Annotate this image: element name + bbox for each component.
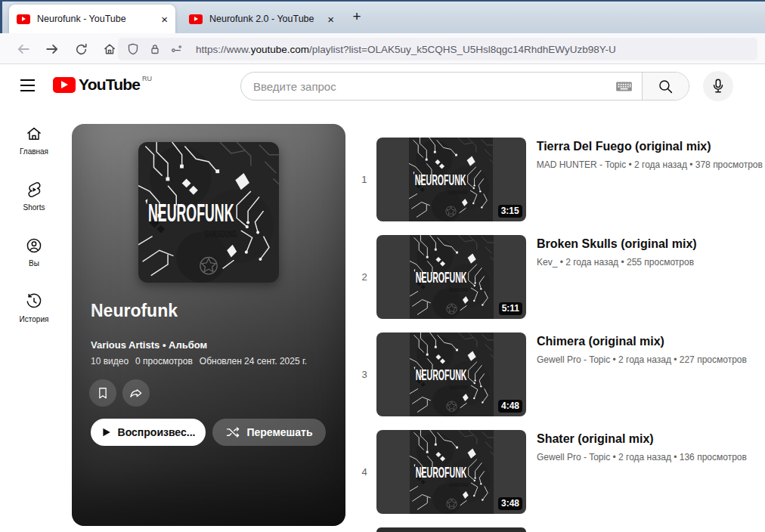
tab-title: Neurofunk - YouTube xyxy=(37,14,156,24)
close-tab-icon[interactable]: × xyxy=(161,14,168,25)
youtube-favicon-icon xyxy=(17,14,30,24)
video-thumbnail[interactable]: 3:15 xyxy=(376,138,526,221)
duration-badge: 5:11 xyxy=(499,302,522,315)
video-index: 3 xyxy=(352,332,376,416)
url-prefix: https://www. xyxy=(196,44,251,55)
video-details: Shater (original mix) Gewell Pro - Topic… xyxy=(537,430,747,514)
url-domain: youtube.com xyxy=(251,44,309,55)
duration-badge: 3:15 xyxy=(498,205,522,218)
guide-menu-button[interactable] xyxy=(18,77,36,95)
video-title[interactable]: Shater (original mix) xyxy=(537,432,747,446)
sidebar-item-home[interactable]: Главная xyxy=(0,113,68,169)
permissions-icon[interactable] xyxy=(171,43,183,55)
play-all-label: Воспроизвес... xyxy=(118,426,196,438)
video-index: 4 xyxy=(352,430,376,514)
video-details: Chimera (original mix) Gewell Pro - Topi… xyxy=(537,332,747,416)
voice-search-button[interactable] xyxy=(703,71,733,101)
tab-title: Neurofunk 2.0 - YouTube xyxy=(209,14,323,24)
url-bar[interactable]: https://www.youtube.com/playlist?list=OL… xyxy=(118,38,757,60)
browser-toolbar: https://www.youtube.com/playlist?list=OL… xyxy=(0,33,765,64)
youtube-logo[interactable]: YouTube RU xyxy=(53,75,152,94)
shuffle-icon xyxy=(225,425,240,440)
search-button[interactable] xyxy=(642,73,689,100)
logo-wordmark: YouTube xyxy=(79,76,140,94)
search-icon xyxy=(658,79,674,94)
shuffle-label: Перемешать xyxy=(246,426,312,438)
sidebar-item-label: Главная xyxy=(20,147,48,156)
logo-region-label: RU xyxy=(142,75,152,82)
video-meta: Gewell Pro - Topic • 2 года назад • 227 … xyxy=(537,354,747,365)
youtube-play-icon xyxy=(53,77,76,93)
next-video-thumbnail-edge xyxy=(376,527,526,532)
sidebar-item-label: Вы xyxy=(29,259,39,268)
search-input[interactable] xyxy=(253,80,611,93)
playlist-stats: 10 видео 0 просмотров Обновлен 24 сент. … xyxy=(91,356,307,367)
close-tab-icon[interactable]: × xyxy=(327,14,334,25)
video-thumbnail[interactable]: 5:11 xyxy=(376,235,526,319)
home-icon xyxy=(103,42,116,56)
browser-window: Neurofunk - YouTube × Neurofunk 2.0 - Yo… xyxy=(0,0,765,532)
shield-icon[interactable] xyxy=(127,43,139,55)
save-playlist-button[interactable] xyxy=(89,379,116,407)
tab-neurofunk[interactable]: Neurofunk - YouTube × xyxy=(9,5,175,33)
video-row[interactable]: 4 3:48 Shater (original mix) Gewell Pro … xyxy=(352,430,760,514)
sidebar-item-label: История xyxy=(20,315,49,323)
shorts-icon xyxy=(25,181,43,199)
mini-guide: Главная Shorts Вы История xyxy=(0,113,68,337)
playlist-owner[interactable]: Various Artists • Альбом xyxy=(91,339,207,351)
video-details: Broken Skulls (original mix) Kev_ • 2 го… xyxy=(537,235,697,319)
video-row[interactable]: 2 5:11 Broken Skulls (original mix) Kev_… xyxy=(352,235,760,319)
video-meta: Gewell Pro - Topic • 2 года назад • 136 … xyxy=(537,452,747,462)
video-title[interactable]: Tierra Del Fuego (original mix) xyxy=(537,140,760,153)
video-title[interactable]: Chimera (original mix) xyxy=(537,335,747,348)
duration-badge: 4:48 xyxy=(498,400,522,413)
tab-neurofunk-2[interactable]: Neurofunk 2.0 - YouTube × xyxy=(181,5,342,33)
video-title[interactable]: Broken Skulls (original mix) xyxy=(537,237,697,251)
sidebar-item-history[interactable]: История xyxy=(0,281,68,337)
history-icon xyxy=(25,292,43,311)
you-avatar-icon xyxy=(25,237,43,255)
video-row[interactable]: 1 3:15 Tierra Del Fuego (original mix) M… xyxy=(352,138,760,221)
video-thumbnail[interactable]: 3:48 xyxy=(376,430,526,514)
video-index: 1 xyxy=(352,138,376,221)
youtube-header: YouTube RU xyxy=(0,65,765,107)
search-bar xyxy=(240,72,689,101)
video-meta: Kev_ • 2 года назад • 255 просмотров xyxy=(537,257,697,268)
playlist-video-count: 10 видео xyxy=(91,356,129,367)
playlist-title: Neurofunk xyxy=(91,301,178,321)
video-row[interactable]: 3 4:48 Chimera (original mix) Gewell Pro… xyxy=(352,332,760,416)
share-button[interactable] xyxy=(122,379,150,407)
back-button[interactable] xyxy=(12,38,35,60)
video-index: 2 xyxy=(352,235,376,319)
url-text: https://www.youtube.com/playlist?list=OL… xyxy=(196,44,616,55)
playlist-view-count: 0 просмотров xyxy=(135,356,193,367)
reload-button[interactable] xyxy=(70,38,92,60)
microphone-icon xyxy=(710,78,726,94)
duration-badge: 3:48 xyxy=(498,497,522,510)
bookmark-icon xyxy=(95,385,110,401)
video-meta: MAD HUNTER - Topic • 2 года назад • 378 … xyxy=(537,159,760,170)
sidebar-item-shorts[interactable]: Shorts xyxy=(0,169,68,225)
window-edge xyxy=(0,0,2,33)
youtube-favicon-icon xyxy=(189,14,203,24)
url-path: /playlist?list=OLAK5uy_k5CQHS_U5Hsl8qgc1… xyxy=(309,44,616,55)
hamburger-icon xyxy=(20,79,35,81)
reload-icon xyxy=(75,43,88,56)
play-icon xyxy=(101,427,111,438)
share-icon xyxy=(129,385,144,401)
lock-icon[interactable] xyxy=(149,43,161,55)
shuffle-button[interactable]: Перемешать xyxy=(212,419,326,446)
tab-bar: Neurofunk - YouTube × Neurofunk 2.0 - Yo… xyxy=(0,0,765,33)
new-tab-button[interactable]: + xyxy=(346,6,367,27)
video-thumbnail[interactable]: 4:48 xyxy=(376,332,526,416)
window-edge xyxy=(0,0,765,2)
playlist-thumbnail[interactable] xyxy=(138,142,279,283)
sidebar-item-label: Shorts xyxy=(23,203,45,212)
play-all-button[interactable]: Воспроизвес... xyxy=(91,419,206,446)
playlist-video-list: 1 3:15 Tierra Del Fuego (original mix) M… xyxy=(352,138,760,532)
keyboard-icon[interactable] xyxy=(615,81,633,92)
sidebar-item-you[interactable]: Вы xyxy=(0,225,68,281)
forward-arrow-icon xyxy=(45,42,59,56)
forward-button[interactable] xyxy=(41,38,63,60)
home-icon xyxy=(25,125,43,143)
